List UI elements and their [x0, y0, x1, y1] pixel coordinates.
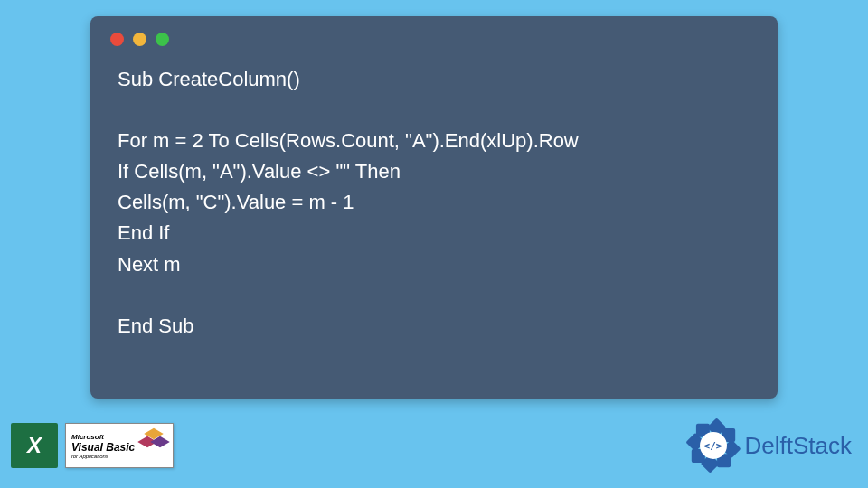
footer: Microsoft Visual Basic for Applications	[0, 410, 868, 481]
maximize-icon[interactable]	[156, 33, 169, 46]
excel-logo-icon	[11, 423, 58, 468]
visual-basic-logo: Microsoft Visual Basic for Applications	[65, 423, 174, 468]
vb-cubes-icon	[142, 428, 169, 451]
minimize-icon[interactable]	[133, 33, 146, 46]
delftstack-label: DelftStack	[745, 432, 853, 460]
window-controls	[90, 16, 778, 46]
delftstack-logo: </> DelftStack	[687, 419, 853, 472]
left-logos: Microsoft Visual Basic for Applications	[11, 423, 174, 468]
code-window: Sub CreateColumn() For m = 2 To Cells(Ro…	[90, 16, 778, 399]
vb-sub-label: for Applications	[71, 454, 167, 459]
code-content: Sub CreateColumn() For m = 2 To Cells(Ro…	[90, 46, 778, 342]
delftstack-badge-icon: </>	[687, 419, 740, 472]
delftstack-code-icon: </>	[700, 432, 727, 459]
close-icon[interactable]	[110, 33, 124, 46]
